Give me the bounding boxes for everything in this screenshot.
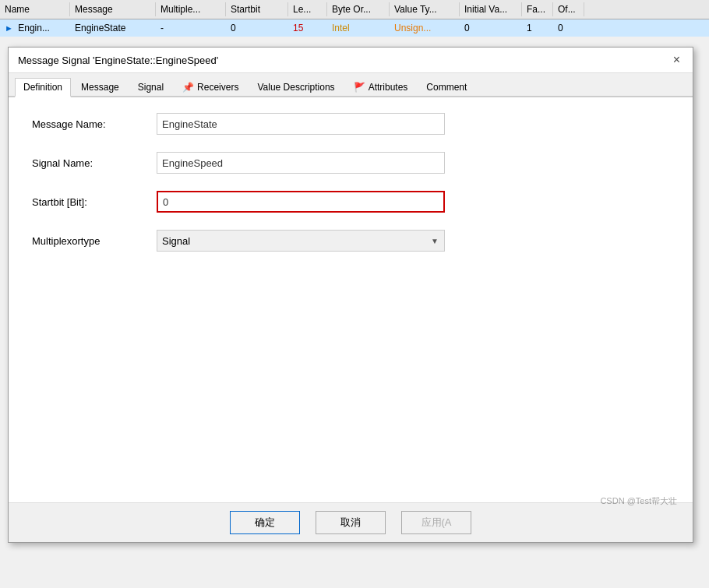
cell-name: ► Engin... bbox=[0, 21, 70, 35]
row-arrow-icon: ► bbox=[5, 23, 13, 33]
confirm-button[interactable]: 确定 bbox=[230, 511, 300, 534]
col-header-fa: Fa... bbox=[522, 2, 553, 16]
tab-signal-label: Signal bbox=[138, 82, 164, 93]
cancel-button[interactable]: 取消 bbox=[316, 511, 386, 534]
dialog-footer: 确定 取消 应用(A bbox=[9, 502, 693, 542]
tabs-bar: Definition Message Signal 📌 Receivers Va… bbox=[9, 73, 693, 97]
cell-of: 0 bbox=[553, 21, 584, 35]
dialog-close-button[interactable]: × bbox=[670, 54, 683, 66]
tab-comment-label: Comment bbox=[426, 82, 467, 93]
tab-value-descriptions-label: Value Descriptions bbox=[257, 82, 334, 93]
startbit-label: Startbit [Bit]: bbox=[32, 196, 157, 208]
cell-initialva: 0 bbox=[460, 21, 522, 35]
cell-le: 15 bbox=[288, 21, 327, 35]
apply-button[interactable]: 应用(A bbox=[401, 511, 471, 534]
dialog-title-bar: Message Signal 'EngineState::EngineSpeed… bbox=[9, 48, 693, 73]
tab-receivers-label: Receivers bbox=[197, 82, 238, 93]
multiplexortype-row: Multiplexortype Signal Multiplexor Multi… bbox=[32, 230, 669, 252]
col-header-valuety: Value Ty... bbox=[390, 2, 460, 16]
cell-fa: 1 bbox=[522, 21, 553, 35]
signal-name-label: Signal Name: bbox=[32, 157, 157, 169]
col-header-multiple: Multiple... bbox=[156, 2, 226, 16]
cell-multiple: - bbox=[156, 21, 226, 35]
col-header-name: Name bbox=[0, 2, 70, 16]
col-header-message: Message bbox=[70, 2, 156, 16]
dialog-body: Message Name: Signal Name: Startbit [Bit… bbox=[9, 97, 693, 502]
tab-signal[interactable]: Signal bbox=[129, 78, 172, 96]
table-header: Name Message Multiple... Startbit Le... … bbox=[0, 0, 709, 19]
multiplexortype-select-wrapper: Signal Multiplexor Multiplexed Signal ▼ bbox=[157, 230, 445, 252]
tab-attributes[interactable]: 🚩 Attributes bbox=[345, 78, 417, 96]
tab-comment[interactable]: Comment bbox=[418, 78, 475, 96]
signal-name-input[interactable] bbox=[157, 152, 445, 174]
col-header-initialva: Initial Va... bbox=[460, 2, 522, 16]
flag-icon: 🚩 bbox=[354, 82, 365, 93]
col-header-startbit: Startbit bbox=[226, 2, 288, 16]
cell-startbit: 0 bbox=[226, 21, 288, 35]
dialog: Message Signal 'EngineState::EngineSpeed… bbox=[8, 47, 693, 543]
tab-definition-label: Definition bbox=[23, 82, 62, 93]
dialog-title: Message Signal 'EngineState::EngineSpeed… bbox=[18, 55, 218, 66]
cell-name-value: Engin... bbox=[18, 23, 50, 33]
tab-message[interactable]: Message bbox=[72, 78, 128, 96]
message-name-label: Message Name: bbox=[32, 118, 157, 130]
multiplexortype-label: Multiplexortype bbox=[32, 235, 157, 247]
pin-icon: 📌 bbox=[182, 82, 194, 93]
message-name-row: Message Name: bbox=[32, 113, 669, 135]
col-header-byteor: Byte Or... bbox=[327, 2, 390, 16]
startbit-row: Startbit [Bit]: bbox=[32, 191, 669, 213]
cell-byteor: Intel bbox=[327, 21, 390, 35]
table-row[interactable]: ► Engin... EngineState - 0 15 Intel Unsi… bbox=[0, 19, 709, 37]
startbit-input[interactable] bbox=[157, 191, 445, 213]
signal-name-row: Signal Name: bbox=[32, 152, 669, 174]
tab-value-descriptions[interactable]: Value Descriptions bbox=[249, 78, 343, 96]
cell-valuety: Unsign... bbox=[390, 21, 460, 35]
multiplexortype-select[interactable]: Signal Multiplexor Multiplexed Signal bbox=[157, 230, 445, 252]
tab-attributes-label: Attributes bbox=[369, 82, 408, 93]
tab-definition[interactable]: Definition bbox=[15, 78, 71, 97]
tab-receivers[interactable]: 📌 Receivers bbox=[174, 78, 247, 96]
col-header-le: Le... bbox=[288, 2, 327, 16]
tab-message-label: Message bbox=[81, 82, 119, 93]
cell-message: EngineState bbox=[70, 21, 156, 35]
col-header-of: Of... bbox=[553, 2, 584, 16]
message-name-input[interactable] bbox=[157, 113, 445, 135]
